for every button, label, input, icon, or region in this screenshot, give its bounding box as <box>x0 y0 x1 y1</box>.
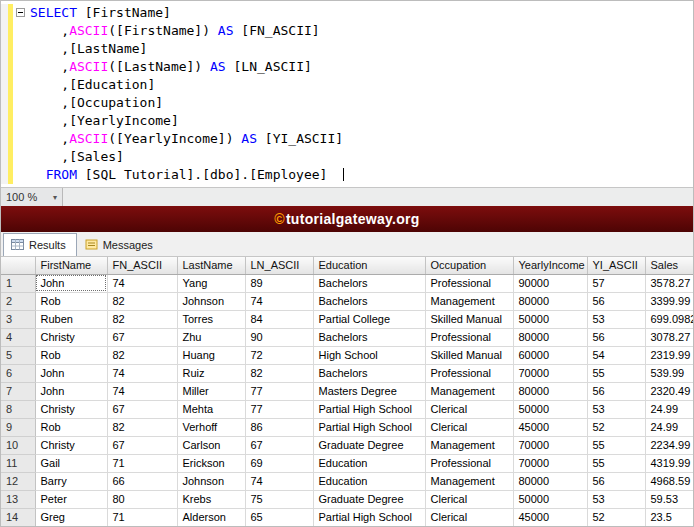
cell-lastname[interactable]: Ruiz <box>177 364 245 382</box>
editor-line[interactable]: ,ASCII([LastName]) AS [LN_ASCII] <box>1 58 693 76</box>
sql-query-editor[interactable]: SELECT [FirstName] ,ASCII([FirstName]) A… <box>1 1 693 187</box>
cell-yearlyincome[interactable]: 60000 <box>513 346 587 364</box>
grid-corner[interactable] <box>1 257 35 274</box>
editor-line[interactable]: FROM [SQL Tutorial].[dbo].[Employee] <box>1 166 693 184</box>
tab-messages[interactable]: Messages <box>77 233 164 256</box>
cell-firstname[interactable]: Rob <box>35 418 107 436</box>
cell-firstname[interactable]: Rob <box>35 346 107 364</box>
cell-education[interactable]: Graduate Degree <box>313 490 425 508</box>
cell-yearlyincome[interactable]: 70000 <box>513 364 587 382</box>
cell-education[interactable]: Bachelors <box>313 364 425 382</box>
cell-yi_ascii[interactable]: 53 <box>587 400 645 418</box>
cell-ln_ascii[interactable]: 90 <box>245 328 313 346</box>
cell-ln_ascii[interactable]: 86 <box>245 418 313 436</box>
editor-line[interactable]: ,ASCII([FirstName]) AS [FN_ASCII] <box>1 22 693 40</box>
cell-yi_ascii[interactable]: 55 <box>587 436 645 454</box>
cell-education[interactable]: High School <box>313 346 425 364</box>
cell-fn_ascii[interactable]: 74 <box>107 274 177 292</box>
cell-yearlyincome[interactable]: 50000 <box>513 310 587 328</box>
cell-fn_ascii[interactable]: 66 <box>107 472 177 490</box>
row-number[interactable]: 7 <box>1 382 35 400</box>
cell-ln_ascii[interactable]: 89 <box>245 274 313 292</box>
cell-firstname[interactable]: John <box>35 364 107 382</box>
horizontal-scrollbar[interactable] <box>63 188 693 206</box>
cell-firstname[interactable]: John <box>35 274 107 292</box>
cell-occupation[interactable]: Management <box>425 382 513 400</box>
cell-fn_ascii[interactable]: 82 <box>107 310 177 328</box>
cell-yearlyincome[interactable]: 50000 <box>513 490 587 508</box>
cell-yearlyincome[interactable]: 80000 <box>513 382 587 400</box>
column-header-firstname[interactable]: FirstName <box>35 257 107 274</box>
cell-yi_ascii[interactable]: 56 <box>587 472 645 490</box>
column-header-lastname[interactable]: LastName <box>177 257 245 274</box>
cell-lastname[interactable]: Torres <box>177 310 245 328</box>
column-header-ln_ascii[interactable]: LN_ASCII <box>245 257 313 274</box>
cell-fn_ascii[interactable]: 67 <box>107 328 177 346</box>
cell-lastname[interactable]: Miller <box>177 382 245 400</box>
cell-occupation[interactable]: Clerical <box>425 508 513 526</box>
row-number[interactable]: 4 <box>1 328 35 346</box>
cell-occupation[interactable]: Skilled Manual <box>425 346 513 364</box>
cell-sales[interactable]: 3078.27 <box>645 328 693 346</box>
editor-line[interactable]: ,[Education] <box>1 76 693 94</box>
cell-yi_ascii[interactable]: 52 <box>587 508 645 526</box>
cell-education[interactable]: Partial High School <box>313 508 425 526</box>
cell-occupation[interactable]: Management <box>425 436 513 454</box>
cell-education[interactable]: Bachelors <box>313 328 425 346</box>
cell-lastname[interactable]: Verhoff <box>177 418 245 436</box>
cell-occupation[interactable]: Professional <box>425 328 513 346</box>
cell-lastname[interactable]: Yang <box>177 274 245 292</box>
collapse-box-icon[interactable] <box>16 8 25 17</box>
cell-fn_ascii[interactable]: 82 <box>107 418 177 436</box>
cell-yearlyincome[interactable]: 80000 <box>513 292 587 310</box>
cell-firstname[interactable]: Peter <box>35 490 107 508</box>
row-number[interactable]: 13 <box>1 490 35 508</box>
row-number[interactable]: 2 <box>1 292 35 310</box>
cell-fn_ascii[interactable]: 74 <box>107 364 177 382</box>
cell-ln_ascii[interactable]: 69 <box>245 454 313 472</box>
cell-education[interactable]: Partial High School <box>313 400 425 418</box>
cell-sales[interactable]: 4319.99 <box>645 454 693 472</box>
cell-yi_ascii[interactable]: 55 <box>587 454 645 472</box>
cell-lastname[interactable]: Johnson <box>177 472 245 490</box>
cell-fn_ascii[interactable]: 82 <box>107 346 177 364</box>
cell-occupation[interactable]: Professional <box>425 364 513 382</box>
cell-fn_ascii[interactable]: 82 <box>107 292 177 310</box>
cell-firstname[interactable]: John <box>35 382 107 400</box>
cell-occupation[interactable]: Clerical <box>425 400 513 418</box>
cell-yi_ascii[interactable]: 53 <box>587 490 645 508</box>
cell-ln_ascii[interactable]: 77 <box>245 382 313 400</box>
cell-sales[interactable]: 699.0982 <box>645 310 693 328</box>
cell-fn_ascii[interactable]: 80 <box>107 490 177 508</box>
cell-firstname[interactable]: Christy <box>35 400 107 418</box>
editor-line[interactable]: ,ASCII([YearlyIncome]) AS [YI_ASCII] <box>1 130 693 148</box>
cell-firstname[interactable]: Ruben <box>35 310 107 328</box>
cell-sales[interactable]: 2319.99 <box>645 346 693 364</box>
cell-firstname[interactable]: Christy <box>35 328 107 346</box>
row-number[interactable]: 12 <box>1 472 35 490</box>
column-header-yearlyincome[interactable]: YearlyIncome <box>513 257 587 274</box>
cell-lastname[interactable]: Huang <box>177 346 245 364</box>
cell-yi_ascii[interactable]: 54 <box>587 346 645 364</box>
column-header-education[interactable]: Education <box>313 257 425 274</box>
cell-education[interactable]: Graduate Degree <box>313 436 425 454</box>
cell-lastname[interactable]: Carlson <box>177 436 245 454</box>
cell-occupation[interactable]: Management <box>425 472 513 490</box>
cell-yi_ascii[interactable]: 55 <box>587 364 645 382</box>
cell-education[interactable]: Partial High School <box>313 418 425 436</box>
column-header-yi_ascii[interactable]: YI_ASCII <box>587 257 645 274</box>
cell-yearlyincome[interactable]: 45000 <box>513 418 587 436</box>
row-number[interactable]: 10 <box>1 436 35 454</box>
cell-firstname[interactable]: Gail <box>35 454 107 472</box>
cell-lastname[interactable]: Erickson <box>177 454 245 472</box>
cell-fn_ascii[interactable]: 67 <box>107 436 177 454</box>
cell-yi_ascii[interactable]: 56 <box>587 328 645 346</box>
cell-yearlyincome[interactable]: 80000 <box>513 328 587 346</box>
cell-occupation[interactable]: Professional <box>425 274 513 292</box>
column-header-occupation[interactable]: Occupation <box>425 257 513 274</box>
cell-firstname[interactable]: Greg <box>35 508 107 526</box>
cell-occupation[interactable]: Professional <box>425 454 513 472</box>
cell-fn_ascii[interactable]: 74 <box>107 382 177 400</box>
row-number[interactable]: 3 <box>1 310 35 328</box>
cell-occupation[interactable]: Clerical <box>425 418 513 436</box>
